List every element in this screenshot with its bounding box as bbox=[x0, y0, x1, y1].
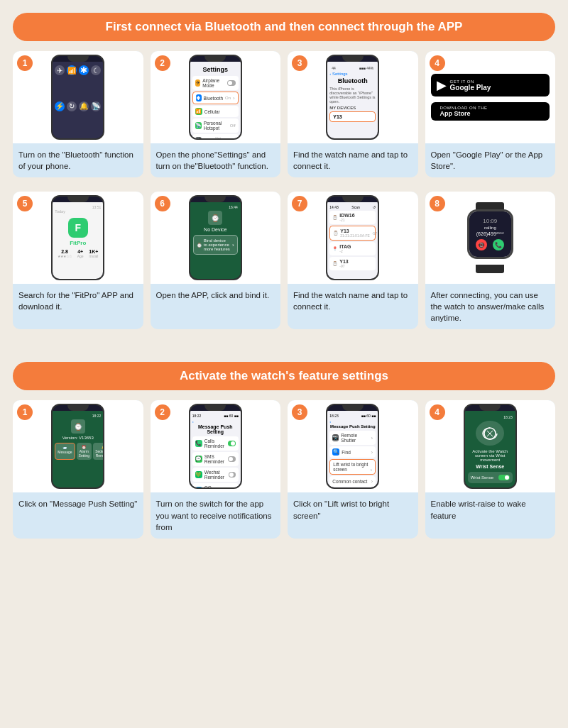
msg-action-buttons: 📨 Message ⏰ Alarm Setting 🔔 Sedentary Re… bbox=[55, 443, 101, 460]
watch-band-bottom bbox=[476, 265, 504, 273]
step-6-card: 6 16:44 ⌚ No Device ⌚ Bind device to exp… bbox=[151, 192, 281, 329]
idw16-row: ⌚ IDW16 -21 bbox=[329, 211, 376, 224]
scan-screen: 14:43Scan↺ ⌚ IDW16 -21 ⌚ Y1 bbox=[327, 202, 378, 279]
sms-icon: 💬 bbox=[195, 456, 202, 463]
step-2-image: 2 Settings ✈ Airplane Mode ✱ Bluetooth bbox=[151, 51, 281, 143]
lift-screen: 18:23■■ 60 ■■ ‹ Message Push Setting 📷 R… bbox=[327, 411, 378, 487]
y13-2-icon: ⌚ bbox=[332, 261, 337, 266]
step-2-card: 2 Settings ✈ Airplane Mode ✱ Bluetooth bbox=[151, 51, 281, 177]
bt-back: ‹ Settings bbox=[329, 72, 376, 76]
airplane-row: ✈ Airplane Mode bbox=[192, 76, 239, 90]
step-1-desc: Turn on the "Bluetooth" function of your… bbox=[13, 143, 143, 177]
step-s2-1-image: 1 18:22 ⌚ Version: V13653 📨 Message bbox=[13, 400, 143, 492]
phone-mock-3: 44■■■ 44% ‹ Settings Bluetooth This iPho… bbox=[326, 55, 379, 140]
google-play-icon: ▶ bbox=[437, 77, 447, 93]
sms-row: 💬 SMS Reminder bbox=[192, 452, 239, 466]
step-8-number: 8 bbox=[430, 196, 445, 211]
my-devices-label: MY DEVICES bbox=[329, 106, 376, 110]
qq-row: Q QQ Reminder bbox=[192, 483, 239, 487]
qq-icon: Q bbox=[195, 487, 202, 487]
step-6-image: 6 16:44 ⌚ No Device ⌚ Bind device to exp… bbox=[151, 192, 281, 284]
bind-watch-icon: ⌚ bbox=[208, 211, 222, 225]
phone-screen-5: 13:51 Today F FitPro 2.8 ★★★☆☆ 4+ Age bbox=[53, 202, 103, 279]
phone-notch-1 bbox=[67, 56, 89, 62]
step-s2-3-number: 3 bbox=[292, 404, 307, 420]
msg-list-title: Message Push Setting bbox=[192, 424, 239, 434]
calls-toggle[interactable] bbox=[228, 441, 236, 446]
phone-mock-2: Settings ✈ Airplane Mode ✱ Bluetooth On … bbox=[189, 55, 242, 140]
google-play-button[interactable]: ▶ GET IT ON Google Play bbox=[431, 74, 550, 96]
y13-row: ⌚ Y13 21:21:21:01:0A:FE -57 › bbox=[329, 226, 376, 241]
fitpro-installs: 1K+ Install bbox=[89, 249, 98, 258]
step-7-desc: Find the watch name and tap to connect i… bbox=[288, 284, 418, 329]
cc-rotation-icon: ↻ bbox=[67, 101, 77, 111]
wechat-toggle[interactable] bbox=[229, 472, 236, 478]
sms-toggle[interactable] bbox=[228, 456, 236, 462]
gp-text: GET IT ON Google Play bbox=[450, 79, 491, 92]
wrist-watch-screen: 18:23 Activate the Watch screen via Wris… bbox=[465, 411, 515, 487]
step-8-desc: After connecting, you can use the watch … bbox=[425, 284, 556, 329]
msg-push-btn[interactable]: 📨 Message bbox=[55, 443, 75, 460]
bluetooth-screen: 44■■■ 44% ‹ Settings Bluetooth This iPho… bbox=[327, 62, 378, 138]
cellular-row: 📶 Cellular bbox=[192, 106, 239, 117]
msg-version: Version: V13653 bbox=[55, 436, 101, 440]
step-3-desc: Find the watch name and tap to connect i… bbox=[288, 143, 418, 177]
bt-chevron: › bbox=[233, 95, 235, 101]
lift-wrist-label: Lift wrist to bright screen bbox=[333, 462, 368, 472]
cellular-label: Cellular bbox=[204, 109, 220, 114]
alarm-btn[interactable]: ⏰ Alarm Setting bbox=[77, 443, 92, 460]
idw16-icon: ⌚ bbox=[332, 215, 337, 220]
settings-screen: Settings ✈ Airplane Mode ✱ Bluetooth On … bbox=[190, 62, 241, 138]
reminder-btn[interactable]: 🔔 Sedentary Reminder bbox=[93, 443, 103, 460]
wrist-svg bbox=[481, 425, 498, 442]
vpn-label: VPN bbox=[204, 138, 213, 139]
itag-signal: -2 bbox=[339, 249, 351, 253]
step-s2-1-number: 1 bbox=[17, 404, 33, 420]
step-2-desc: Open the phone"Settings" and turn on the… bbox=[151, 143, 281, 177]
step-3-image: 3 44■■■ 44% ‹ Settings Bluetooth This iP… bbox=[288, 51, 418, 143]
lift-header: 18:23■■ 60 ■■ bbox=[329, 414, 376, 418]
airplane-toggle bbox=[227, 80, 236, 86]
section2-row1: 1 18:22 ⌚ Version: V13653 📨 Message bbox=[13, 400, 555, 538]
qq-label: QQ Reminder bbox=[204, 485, 225, 487]
phone-notch-s2-3 bbox=[342, 405, 364, 411]
app-bind-screen: 16:44 ⌚ No Device ⌚ Bind device to exper… bbox=[190, 202, 241, 279]
phone-mock-7: 14:43Scan↺ ⌚ IDW16 -21 ⌚ Y1 bbox=[326, 195, 379, 280]
phone-notch-3 bbox=[342, 56, 364, 62]
bluetooth-label: Bluetooth bbox=[204, 96, 223, 101]
idw16-name: IDW16 bbox=[339, 213, 354, 218]
watch-number: (626)499**** bbox=[476, 231, 504, 236]
hotspot-label: Personal Hotspot bbox=[204, 121, 228, 131]
watch-call-buttons: 📵 📞 bbox=[476, 239, 504, 250]
phone-mock-s2-3: 18:23■■ 60 ■■ ‹ Message Push Setting 📷 R… bbox=[326, 404, 379, 489]
cc-flashlight-icon: ⚡ bbox=[55, 101, 65, 111]
airplane-icon: ✈ bbox=[195, 79, 201, 87]
step-s2-2-card: 2 18:22■■ 60 ■■ ‹ Message Push Setting 📞… bbox=[151, 400, 281, 538]
phone-screen-2: Settings ✈ Airplane Mode ✱ Bluetooth On … bbox=[190, 62, 241, 138]
common-contact-row: Common contact › bbox=[329, 476, 376, 487]
hotspot-status: Off bbox=[230, 123, 236, 128]
msg-list-header: 18:22■■ 60 ■■ bbox=[192, 414, 239, 418]
step-5-card: 5 13:51 Today F FitPro 2.8 ★★★☆☆ bbox=[13, 192, 143, 329]
fitpro-age: 4+ Age bbox=[77, 249, 84, 258]
settings-title: Settings bbox=[192, 66, 239, 73]
bind-arrow: › bbox=[232, 242, 234, 248]
phone-notch-s2-1 bbox=[67, 405, 89, 411]
phone-screen-3: 44■■■ 44% ‹ Settings Bluetooth This iPho… bbox=[327, 62, 378, 138]
step-5-desc: Search for the "FitPro" APP and download… bbox=[13, 284, 143, 329]
y13-name: Y13 bbox=[340, 228, 370, 233]
wrist-activate-text: Activate the Watch screen via Wrist move… bbox=[468, 449, 513, 462]
phone-mock-1: ✈ 📶 ✱ ☾ ⚡ ↻ 🔔 📡 bbox=[51, 55, 104, 140]
wrist-toggle[interactable] bbox=[498, 475, 510, 480]
app-store-button[interactable]: Download on the App Store bbox=[431, 102, 550, 121]
section1-header: First connect via Bluetooth and then con… bbox=[13, 13, 555, 41]
vpn-status: Not Connected bbox=[215, 136, 236, 138]
calls-label: Calls Reminder bbox=[204, 439, 226, 448]
watch-answer-button[interactable]: 📞 bbox=[493, 239, 504, 250]
y13-2-row: ⌚ Y13 -97 bbox=[329, 257, 376, 270]
lift-wrist-row[interactable]: Lift wrist to bright screen › bbox=[329, 459, 376, 475]
remote-shutter-row: 📷 Remote Shutter › bbox=[329, 431, 376, 445]
step-s2-1-card: 1 18:22 ⌚ Version: V13653 📨 Message bbox=[13, 400, 143, 538]
watch-end-button[interactable]: 📵 bbox=[476, 239, 487, 250]
find-icon: 🔍 bbox=[332, 448, 339, 456]
